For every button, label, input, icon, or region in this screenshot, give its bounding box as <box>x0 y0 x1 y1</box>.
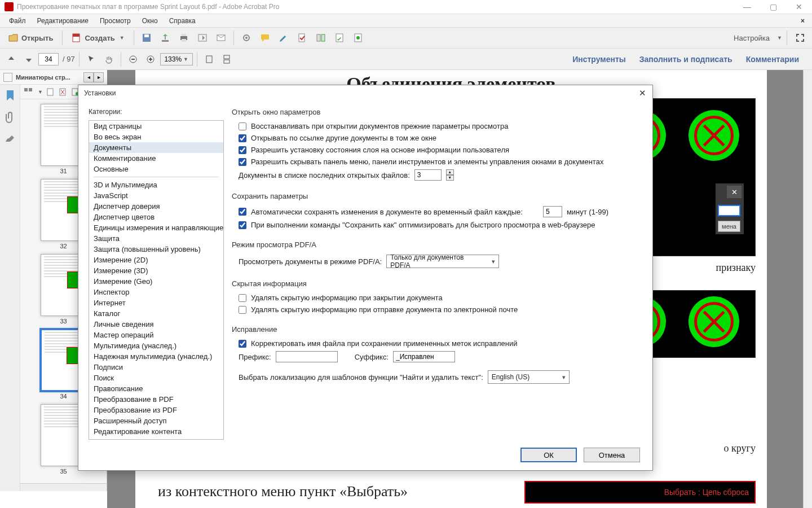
thumbs-new-icon[interactable] <box>46 87 55 97</box>
category-item[interactable]: Преобразование из PDF <box>89 405 223 415</box>
share-icon-button[interactable] <box>194 30 211 46</box>
autosave-minutes-input[interactable] <box>543 206 562 217</box>
cancel-button[interactable]: Отмена <box>584 448 640 462</box>
zoom-out-button[interactable] <box>125 51 141 67</box>
category-item[interactable]: Единицы измерения и направляющие <box>89 222 223 233</box>
opt-remove-hidden-email[interactable]: Удалять скрытую информацию при отправке … <box>239 305 639 314</box>
opt-open-same-window[interactable]: Открывать по ссылке другие документы в т… <box>239 134 639 142</box>
attachment-icon[interactable] <box>4 111 16 123</box>
category-item[interactable]: Редактирование контента <box>89 426 223 437</box>
menu-редактирование[interactable]: Редактирование <box>32 15 94 27</box>
category-item[interactable]: 3D и Мультимедиа <box>89 179 223 190</box>
opt-optimize-web[interactable]: При выполнении команды "Сохранить как" о… <box>239 221 639 229</box>
thumbs-next-button[interactable]: ▸ <box>94 72 104 82</box>
opt-remove-hidden-close[interactable]: Удалять скрытую информацию при закрытии … <box>239 294 639 302</box>
select-tool-button[interactable] <box>83 51 99 67</box>
category-item[interactable]: Документы <box>89 142 223 153</box>
category-item[interactable]: Во весь экран <box>89 132 223 142</box>
category-item[interactable]: Защита <box>89 233 223 244</box>
categories-list[interactable]: Вид страницыВо весь экранДокументыКоммен… <box>89 120 224 440</box>
opt-restore-view[interactable]: Восстанавливать при открытии документов … <box>239 122 639 130</box>
opt-autosave-check[interactable] <box>239 208 246 216</box>
dialog-close-button[interactable]: ✕ <box>636 87 649 99</box>
recent-files-input[interactable] <box>414 169 442 181</box>
category-item[interactable]: Инспектор <box>89 287 223 297</box>
bookmark-icon[interactable] <box>4 89 16 102</box>
menu-справка[interactable]: Справка <box>164 15 201 27</box>
window-minimize-button[interactable]: — <box>734 0 760 14</box>
category-item[interactable]: Преобразование в PDF <box>89 394 223 405</box>
signature-panel-icon[interactable] <box>4 132 16 144</box>
fit-page-button[interactable] <box>201 51 217 67</box>
scroll-mode-button[interactable] <box>219 51 235 67</box>
popup-input[interactable] <box>718 205 740 216</box>
spinner-up[interactable]: ▲ <box>446 169 454 175</box>
category-item[interactable]: Основные <box>89 164 223 174</box>
form-icon-button[interactable] <box>331 30 348 46</box>
window-close-button[interactable]: ✕ <box>786 0 812 14</box>
zoom-in-button[interactable] <box>143 51 158 67</box>
menu-окно[interactable]: Окно <box>136 15 164 27</box>
category-item[interactable]: Интернет <box>89 297 223 308</box>
open-button[interactable]: Открыть <box>3 30 58 46</box>
page-up-button[interactable] <box>3 51 19 67</box>
category-item[interactable]: Надежная мультимедиа (унаслед.) <box>89 351 223 362</box>
category-item[interactable]: Мультимедиа (унаслед.) <box>89 340 223 351</box>
suffix-input[interactable] <box>393 351 455 362</box>
spinner-down[interactable]: ▼ <box>446 175 454 181</box>
fill-sign-link[interactable]: Заполнить и подписать <box>638 51 734 67</box>
category-item[interactable]: Поиск <box>89 373 223 383</box>
opt-correct-filename[interactable]: Корректировать имя файла при сохранении … <box>239 339 639 348</box>
category-item[interactable]: Защита (повышенный уровень) <box>89 244 223 255</box>
close-document-button[interactable]: × <box>798 16 807 26</box>
print-icon-button[interactable] <box>175 30 192 46</box>
create-button[interactable]: Создать ▼ <box>67 30 129 46</box>
hand-tool-button[interactable] <box>101 51 117 67</box>
category-item[interactable]: Мастер операций <box>89 330 223 340</box>
ok-button[interactable]: ОК <box>520 448 577 462</box>
action-icon-button[interactable] <box>350 30 367 46</box>
menu-файл[interactable]: Файл <box>3 15 32 27</box>
pdfa-mode-select[interactable]: Только для документов PDF/A <box>386 255 499 268</box>
thumbs-delete-icon[interactable] <box>59 87 68 97</box>
category-item[interactable]: Измерение (Geo) <box>89 276 223 287</box>
customize-label[interactable]: Настройка <box>730 34 773 42</box>
tools-link[interactable]: Инструменты <box>571 51 628 67</box>
category-item[interactable]: Комментирование <box>89 153 223 164</box>
category-item[interactable]: Подписи <box>89 362 223 373</box>
gear-icon-button[interactable] <box>238 30 255 46</box>
comments-link[interactable]: Комментарии <box>744 51 801 67</box>
compare-icon-button[interactable] <box>312 30 329 46</box>
category-item[interactable]: Личные сведения <box>89 319 223 330</box>
menu-просмотр[interactable]: Просмотр <box>94 15 136 27</box>
thumbs-grid-icon[interactable] <box>24 87 33 97</box>
thumbs-prev-button[interactable]: ◂ <box>83 72 94 82</box>
category-item[interactable]: Расширенный доступ <box>89 415 223 426</box>
cloud-icon-button[interactable] <box>157 30 174 46</box>
page-number-input[interactable] <box>38 53 59 65</box>
category-item[interactable]: Измерение (2D) <box>89 255 223 265</box>
page-down-button[interactable] <box>21 51 37 67</box>
category-item[interactable]: Рецензирование <box>89 437 223 440</box>
category-item[interactable]: Каталог <box>89 308 223 319</box>
popup-button[interactable]: мена <box>718 221 740 232</box>
thumbs-scrollbar[interactable] <box>20 483 107 491</box>
signature-icon-button[interactable] <box>275 30 292 46</box>
save-icon-button[interactable] <box>138 30 155 46</box>
window-maximize-button[interactable]: ▢ <box>760 0 786 14</box>
category-item[interactable]: Измерение (3D) <box>89 265 223 276</box>
opt-layer-state[interactable]: Разрешить установку состояния слоя на ос… <box>239 146 639 154</box>
category-item[interactable]: Диспетчер цветов <box>89 212 223 222</box>
category-item[interactable]: JavaScript <box>89 190 223 201</box>
category-item[interactable]: Правописание <box>89 383 223 394</box>
document-scrollbar[interactable] <box>803 70 812 508</box>
fullscreen-icon-button[interactable] <box>792 30 809 46</box>
zoom-value-display[interactable]: 133%▼ <box>160 53 193 65</box>
checkmark-icon-button[interactable] <box>294 30 311 46</box>
locale-select[interactable]: English (US) <box>488 370 570 384</box>
opt-hide-menubar[interactable]: Разрешить скрывать панель меню, панели и… <box>239 157 639 166</box>
category-item[interactable]: Диспетчер доверия <box>89 201 223 212</box>
category-item[interactable]: Вид страницы <box>89 121 223 132</box>
prefix-input[interactable] <box>276 351 338 362</box>
popup-close-icon[interactable]: ✕ <box>727 186 742 198</box>
